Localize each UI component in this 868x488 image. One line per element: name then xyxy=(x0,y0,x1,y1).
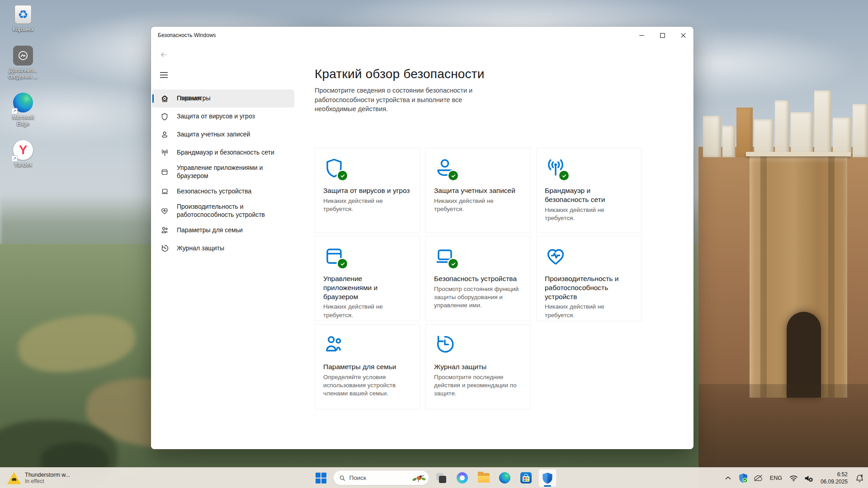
weather-alert-icon xyxy=(7,472,21,484)
card-virus-protection[interactable]: Защита от вирусов и угроз Никаких действ… xyxy=(315,148,420,233)
titlebar: Безопасность Windows xyxy=(151,27,693,44)
tray-clock[interactable]: 6:52 06.09.2025 xyxy=(819,470,849,486)
shield-icon xyxy=(323,157,345,179)
card-title: Безопасность устройства xyxy=(434,274,522,283)
card-description: Просмотр состояния функций защиты оборуд… xyxy=(434,285,522,310)
tray-security-shield-icon[interactable] xyxy=(738,471,748,485)
desktop-icon-additional-info[interactable]: Дополнит...сведения ... xyxy=(3,45,43,80)
microsoft-store-button[interactable] xyxy=(517,469,535,487)
task-view-icon xyxy=(436,473,447,483)
card-title: Журнал защиты xyxy=(434,362,522,371)
sidebar-item-label: Параметры xyxy=(177,94,211,103)
taskbar-center: Поиск xyxy=(312,468,557,488)
maximize-button[interactable] xyxy=(652,27,673,44)
card-title: Управление приложениями и браузером xyxy=(323,274,411,301)
sidebar: Главная Защита от вирусов и угроз Защита… xyxy=(151,44,295,449)
weather-widget[interactable]: Thunderstorm w... In effect xyxy=(3,468,75,488)
card-description: Никаких действий не требуется. xyxy=(545,206,633,222)
heart-pulse-icon xyxy=(545,245,566,267)
check-badge-icon xyxy=(448,259,458,268)
page-subtitle: Просмотрите сведения о состоянии безопас… xyxy=(315,86,490,114)
menu-button[interactable] xyxy=(157,69,170,81)
close-button[interactable] xyxy=(673,27,693,44)
desktop-icon-yandex[interactable]: Y↗ Yandex xyxy=(3,139,43,169)
weather-status: In effect xyxy=(25,478,70,484)
tray-wifi-icon[interactable] xyxy=(789,471,799,485)
card-description: Определяйте условия использования устрой… xyxy=(323,373,411,398)
edge-icon xyxy=(499,472,510,483)
tray-volume-muted-icon[interactable] xyxy=(804,471,814,485)
card-app-browser-control[interactable]: Управление приложениями и браузером Ника… xyxy=(315,236,420,321)
start-button[interactable] xyxy=(312,469,330,487)
card-description: Никаких действий не требуется. xyxy=(434,197,522,213)
desktop-icon-label: Дополнит...сведения ... xyxy=(8,68,38,80)
minimize-button[interactable] xyxy=(631,27,652,44)
desktop-icon-label: Yandex xyxy=(14,162,32,169)
main-content: Краткий обзор безопасности Просмотрите с… xyxy=(295,44,693,449)
security-card-grid: Защита от вирусов и угроз Никаких действ… xyxy=(315,148,642,409)
weather-title: Thunderstorm w... xyxy=(25,472,70,478)
card-title: Брандмауэр и безопасность сети xyxy=(545,186,633,204)
card-description: Никаких действий не требуется. xyxy=(323,303,411,319)
card-title: Защита от вирусов и угроз xyxy=(323,186,411,195)
search-box[interactable]: Поиск xyxy=(333,470,429,485)
desktop-icon-label: Корзина xyxy=(13,27,33,33)
card-device-security[interactable]: Безопасность устройства Просмотр состоян… xyxy=(425,236,531,321)
desktop-icon-edge[interactable]: ↗ MicrosoftEdge xyxy=(3,92,43,127)
file-explorer-icon xyxy=(478,473,490,483)
tray-notification-bell-icon[interactable] xyxy=(854,471,864,485)
history-icon xyxy=(434,333,456,355)
check-badge-icon xyxy=(338,171,347,180)
check-badge-icon xyxy=(338,259,347,268)
windows-security-icon xyxy=(542,472,553,484)
windows-security-button[interactable] xyxy=(538,469,557,487)
gear-icon: ⚙ xyxy=(160,94,169,103)
desktop-icon-label: MicrosoftEdge xyxy=(12,115,34,127)
tray-onedrive-offline-icon[interactable] xyxy=(753,471,763,485)
tray-date: 06.09.2025 xyxy=(821,478,848,485)
card-description: Никаких действий не требуется. xyxy=(545,303,633,319)
sidebar-footer: ⚙ Параметры xyxy=(152,89,294,445)
tray-time: 6:52 xyxy=(821,471,848,478)
antenna-icon xyxy=(545,157,566,179)
tray-language[interactable]: ENG xyxy=(768,474,784,482)
search-placeholder: Поиск xyxy=(349,474,408,481)
window-title: Безопасность Windows xyxy=(158,32,216,38)
tray-chevron-up-icon[interactable] xyxy=(723,471,733,485)
desktop-icon-list: ♻ Корзина Дополнит...сведения ... ↗ Micr… xyxy=(3,4,43,169)
card-protection-history[interactable]: Журнал защиты Просмотрите последние дейс… xyxy=(425,324,531,409)
check-badge-icon xyxy=(448,171,458,180)
sidebar-item-settings[interactable]: ⚙ Параметры xyxy=(152,89,294,108)
copilot-icon xyxy=(457,472,468,483)
card-title: Защита учетных записей xyxy=(434,186,522,195)
search-icon xyxy=(339,475,345,481)
yandex-icon: Y↗ xyxy=(12,139,34,161)
task-view-button[interactable] xyxy=(432,469,450,487)
card-family-options[interactable]: Параметры для семьи Определяйте условия … xyxy=(315,324,420,409)
check-badge-icon xyxy=(559,171,569,180)
back-button[interactable] xyxy=(157,49,170,61)
edge-button[interactable] xyxy=(496,469,514,487)
family-icon xyxy=(323,333,345,355)
taskbar: Thunderstorm w... In effect Поиск xyxy=(0,467,868,488)
desktop-icon-recycle-bin[interactable]: ♻ Корзина xyxy=(3,4,43,33)
shortcut-arrow-icon: ↗ xyxy=(11,108,18,114)
file-explorer-button[interactable] xyxy=(475,469,493,487)
card-device-health[interactable]: Производительность и работоспособность у… xyxy=(536,236,642,321)
card-description: Никаких действий не требуется. xyxy=(323,197,411,213)
card-title: Производительность и работоспособность у… xyxy=(545,274,633,301)
image-placeholder-icon xyxy=(12,45,34,66)
card-firewall[interactable]: Брандмауэр и безопасность сети Никаких д… xyxy=(536,148,642,233)
system-tray: ENG 6:52 06.09.2025 xyxy=(723,468,864,488)
copilot-button[interactable] xyxy=(453,469,472,487)
microsoft-store-icon xyxy=(520,472,532,483)
windows-security-window: Безопасность Windows Гла xyxy=(151,27,693,449)
card-description: Просмотрите последние действия и рекомен… xyxy=(434,373,522,398)
shortcut-arrow-icon: ↗ xyxy=(11,155,18,162)
edge-icon: ↗ xyxy=(12,92,34,113)
page-title: Краткий обзор безопасности xyxy=(315,67,693,81)
person-icon xyxy=(434,157,456,179)
app-window-icon xyxy=(323,245,345,267)
card-title: Параметры для семьи xyxy=(323,362,411,371)
card-account-protection[interactable]: Защита учетных записей Никаких действий … xyxy=(425,148,531,233)
